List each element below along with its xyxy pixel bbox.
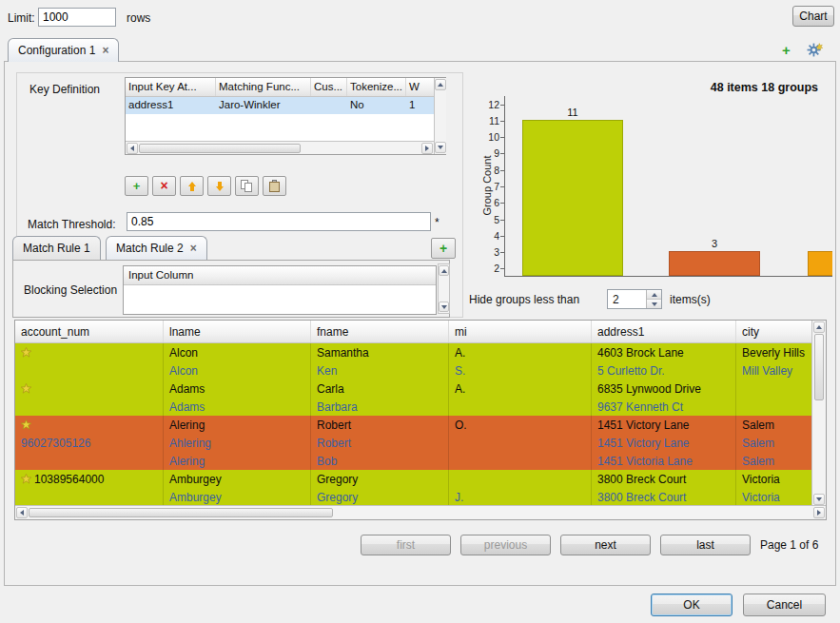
table-cell: S. — [449, 361, 592, 380]
results-table-inner: account_num lname fname mi address1 city… — [15, 321, 811, 506]
move-up-button[interactable] — [180, 176, 204, 196]
column-header[interactable]: account_num — [15, 321, 164, 342]
match-threshold-input[interactable] — [127, 212, 431, 231]
tab-match-rule-2[interactable]: Match Rule 2 × — [106, 236, 207, 260]
table-cell: Alcon — [164, 343, 311, 361]
scroll-right-arrow[interactable] — [813, 507, 825, 518]
table-cell: Samantha — [311, 343, 449, 361]
key-definition-row[interactable]: address1Jaro-WinklerNo1 — [126, 97, 434, 114]
key-table-hscrollbar[interactable] — [126, 141, 434, 154]
scroll-up-arrow[interactable] — [813, 321, 825, 333]
table-cell — [449, 452, 592, 470]
results-vscrollbar[interactable] — [811, 321, 826, 506]
table-cell: 1451 Victory Lane — [592, 434, 736, 452]
table-row[interactable]: AlconSamanthaA.4603 Brock LaneBeverly Hi… — [15, 343, 811, 361]
last-page-button[interactable]: last — [660, 535, 751, 555]
next-page-button[interactable]: next — [560, 535, 651, 555]
blocking-selection-label: Blocking Selection — [24, 283, 117, 297]
scroll-right-arrow[interactable] — [421, 143, 433, 154]
add-match-rule-button[interactable]: + — [431, 238, 456, 259]
column-header[interactable]: Matching Func... — [216, 78, 311, 96]
key-definition-cell: address1 — [126, 97, 216, 114]
scrollbar-thumb[interactable] — [139, 144, 301, 153]
table-cell: Beverly Hills — [736, 343, 811, 361]
blocking-column-list[interactable]: Input Column — [123, 265, 437, 315]
table-row[interactable]: AdamsBarbara9637 Kenneth Ct — [15, 398, 811, 416]
scrollbar-thumb[interactable] — [814, 334, 824, 400]
table-cell: Bob — [311, 452, 449, 470]
table-row[interactable]: AdamsCarlaA.6835 Lynwood Drive — [15, 380, 811, 398]
column-header[interactable]: address1 — [592, 321, 736, 342]
column-header[interactable]: mi — [449, 321, 592, 342]
paste-button[interactable] — [263, 176, 286, 196]
key-table-main: Input Key At... Matching Func... Cus... … — [126, 78, 434, 154]
table-cell: Ahlering — [164, 434, 311, 452]
spinner-value[interactable]: 2 — [608, 290, 646, 308]
limit-input[interactable] — [38, 8, 116, 27]
chart-button[interactable]: Chart — [792, 6, 834, 27]
scroll-down-arrow[interactable] — [813, 494, 825, 505]
column-header[interactable]: W — [406, 78, 434, 96]
scroll-down-arrow[interactable] — [435, 142, 446, 153]
previous-page-button[interactable]: previous — [460, 535, 551, 555]
tab-close-icon[interactable]: × — [102, 46, 108, 55]
key-table-vscrollbar[interactable] — [434, 78, 446, 154]
results-hscrollbar[interactable] — [15, 505, 826, 519]
ok-button[interactable]: OK — [651, 594, 733, 616]
add-configuration-icon[interactable]: + — [778, 42, 794, 58]
add-key-button[interactable]: + — [125, 176, 148, 196]
table-row[interactable]: AleringRobertO.1451 Victory LaneSalem — [15, 416, 811, 434]
table-cell: J. — [449, 488, 592, 506]
table-cell: Adams — [164, 380, 311, 398]
cancel-button[interactable]: Cancel — [743, 594, 826, 616]
scroll-left-arrow[interactable] — [16, 507, 28, 518]
y-tick-label: 12 — [473, 99, 499, 110]
tab-close-icon[interactable]: × — [190, 243, 197, 253]
tab-configuration-1[interactable]: Configuration 1 × — [8, 38, 119, 62]
results-table-header: account_num lname fname mi address1 city — [15, 321, 811, 343]
scrollbar-thumb[interactable] — [29, 508, 333, 517]
column-header[interactable]: city — [736, 321, 811, 342]
settings-gear-icon[interactable] — [807, 42, 823, 58]
scroll-up-arrow[interactable] — [439, 265, 449, 276]
hide-groups-spinner[interactable]: 2 — [607, 289, 662, 309]
key-definition-table: Input Key At... Matching Func... Cus... … — [125, 77, 446, 155]
spinner-down-button[interactable] — [647, 299, 661, 308]
table-cell: 10389564000 — [15, 470, 164, 488]
table-row[interactable]: AlconKenS.5 Curletto Dr.Mill Valley — [15, 361, 811, 380]
table-cell — [15, 380, 164, 398]
master-star-icon — [21, 419, 31, 430]
spinner-up-button[interactable] — [647, 290, 661, 299]
tab-match-rule-1[interactable]: Match Rule 1 — [12, 236, 101, 260]
input-column-header[interactable]: Input Column — [124, 266, 436, 285]
scroll-down-arrow[interactable] — [439, 302, 449, 312]
chart-bar — [808, 251, 832, 276]
y-tick-label: 3 — [473, 246, 499, 258]
column-header[interactable]: Tokenize... — [347, 78, 406, 96]
column-header[interactable]: Cus... — [311, 78, 347, 96]
scroll-up-arrow[interactable] — [435, 79, 446, 90]
tab-match-rule-2-label: Match Rule 2 — [116, 242, 184, 255]
scroll-left-arrow[interactable] — [127, 143, 138, 154]
rows-label: rows — [127, 11, 150, 25]
blocking-vscrollbar[interactable] — [438, 263, 450, 314]
y-tick-label: 5 — [473, 214, 499, 225]
table-row[interactable]: 96027305126AhleringRobert1451 Victory La… — [15, 434, 811, 452]
delete-key-button[interactable]: × — [152, 176, 176, 196]
table-row[interactable]: AmburgeyGregoryJ.3800 Breck CourtVictori… — [15, 488, 811, 506]
table-row[interactable]: AleringBob1451 Victoria LaneSalem — [15, 452, 811, 470]
table-cell: 3800 Breck Court — [592, 470, 736, 488]
copy-button[interactable] — [235, 176, 259, 196]
table-cell: Salem — [736, 434, 811, 452]
key-table-header: Input Key At... Matching Func... Cus... … — [126, 78, 434, 97]
move-down-button[interactable] — [207, 176, 231, 196]
column-header[interactable]: lname — [164, 321, 311, 342]
first-page-button[interactable]: first — [361, 535, 451, 555]
column-header[interactable]: fname — [311, 321, 449, 342]
y-tick-label: 2 — [473, 263, 499, 274]
chart: Group Count 23456789101112 113 — [473, 90, 834, 285]
up-arrow-icon — [188, 182, 196, 191]
table-row[interactable]: 10389564000AmburgeyGregory3800 Breck Cou… — [15, 470, 811, 488]
key-definition-cell: Jaro-Winkler — [216, 97, 311, 114]
column-header[interactable]: Input Key At... — [126, 78, 216, 96]
